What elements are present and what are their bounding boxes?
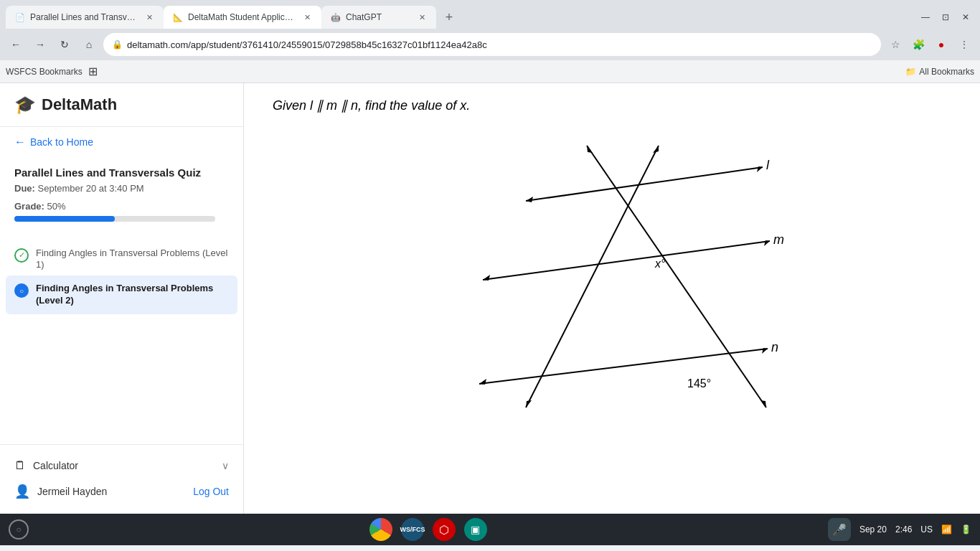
wifi-icon: 📶 (941, 524, 952, 534)
wsfcs-taskbar-icon[interactable]: WS/FCS (401, 518, 424, 541)
grade-value: 50% (47, 201, 66, 212)
logo-icon: 🎓 (14, 95, 36, 115)
all-bookmarks-label: All Bookmarks (919, 67, 974, 77)
tab-deltamath[interactable]: 📐 DeltaMath Student Application ✕ (164, 6, 321, 29)
taskbar-date: Sep 20 (859, 524, 887, 534)
tab-chatgpt[interactable]: 🤖 ChatGPT ✕ (321, 6, 436, 29)
logo-delta: Delta (42, 95, 80, 113)
progress-bar-fill (14, 216, 115, 222)
logout-button[interactable]: Log Out (193, 486, 229, 497)
battery-icon: 🔋 (961, 524, 971, 534)
tab2-favicon: 📐 (172, 11, 184, 23)
new-tab-button[interactable]: + (439, 7, 459, 27)
tab3-title: ChatGPT (346, 12, 412, 22)
tab1-favicon: 📄 (14, 11, 26, 23)
tab1-title: Parallel Lines and Transversal (30, 12, 139, 22)
problem-item-1[interactable]: ✓ Finding Angles in Transversal Problems… (14, 242, 229, 278)
start-button[interactable]: ○ (9, 519, 29, 540)
back-to-home-label: Back to Home (30, 136, 93, 148)
chrome-taskbar-icon[interactable] (369, 518, 392, 541)
calculator-label: Calculator (33, 460, 78, 471)
logo-text: DeltaMath (42, 95, 117, 114)
due-date: Due: September 20 at 3:40 PM (14, 183, 229, 194)
calculator-chevron-icon: ∨ (222, 460, 229, 471)
url-bar[interactable]: 🔒 deltamath.com/app/student/3761410/2455… (103, 33, 881, 56)
browser-chrome: 📄 Parallel Lines and Transversal ✕ 📐 Del… (0, 0, 980, 83)
logo-math: Math (80, 95, 117, 113)
progress-bar-container (14, 216, 215, 222)
forward-nav-button[interactable]: → (30, 34, 50, 55)
assignment-title: Parallel Lines and Transversals Quiz (14, 166, 229, 180)
calculator-icon: 🗒 (14, 459, 26, 472)
mic-taskbar-icon[interactable]: 🎤 (828, 518, 851, 541)
question-text: Given l ∥ m ∥ n, find the value of x. (273, 98, 951, 113)
sidebar: 🎓 DeltaMath ← Back to Home Parallel Line… (0, 83, 244, 514)
problem-item-2[interactable]: ○ Finding Angles in Transversal Problems… (6, 276, 237, 314)
user-name: Jermeil Hayden (37, 486, 107, 497)
taskbar-time: 2:46 (895, 524, 912, 534)
sidebar-header: 🎓 DeltaMath (0, 83, 243, 127)
svg-text:x°: x° (654, 258, 666, 270)
tab-parallel-lines[interactable]: 📄 Parallel Lines and Transversal ✕ (6, 6, 164, 29)
bookmarks-label: WSFCS Bookmarks (6, 67, 83, 77)
svg-text:145°: 145° (687, 377, 711, 390)
main-content: Given l ∥ m ∥ n, find the value of x. l (244, 83, 980, 514)
bookmarks-bar: WSFCS Bookmarks ⊞ 📁 All Bookmarks (0, 60, 980, 83)
address-bar: ← → ↻ ⌂ 🔒 deltamath.com/app/student/3761… (0, 29, 980, 60)
user-row: 👤 Jermeil Hayden Log Out (14, 478, 229, 505)
url-text: deltamath.com/app/student/3761410/245590… (127, 39, 487, 50)
red-taskbar-icon[interactable]: ⬡ (433, 518, 456, 541)
taskbar-region: US (920, 524, 933, 534)
taskbar-right: 🎤 Sep 20 2:46 US 📶 🔋 (828, 518, 971, 541)
problem-label-2: Finding Angles in Transversal Problems (… (36, 283, 229, 307)
back-to-home-link[interactable]: ← Back to Home (0, 127, 243, 157)
svg-line-8 (479, 349, 768, 384)
problem-list: ✓ Finding Angles in Transversal Problems… (0, 230, 243, 445)
menu-button[interactable]: ⋮ (954, 34, 974, 55)
svg-line-15 (587, 146, 766, 408)
address-actions: ☆ 🧩 ● ⋮ (885, 34, 974, 55)
svg-line-0 (526, 167, 763, 201)
svg-text:n: n (771, 340, 778, 354)
problem-check-complete: ✓ (14, 248, 29, 263)
svg-marker-1 (526, 197, 533, 202)
all-bookmarks-button[interactable]: 📁 All Bookmarks (905, 67, 974, 77)
tab2-close[interactable]: ✕ (301, 11, 313, 23)
geometry-diagram: l m n (415, 128, 809, 429)
home-button[interactable]: ⌂ (79, 34, 99, 55)
problem-label-1: Finding Angles in Transversal Problems (… (36, 248, 229, 272)
maximize-button[interactable]: ⊡ (937, 9, 954, 26)
lock-icon: 🔒 (112, 39, 123, 50)
tab3-favicon: 🤖 (330, 11, 341, 23)
due-value: September 20 at 3:40 PM (38, 183, 144, 194)
folder-icon: 📁 (905, 67, 916, 77)
reload-button[interactable]: ↻ (55, 34, 75, 55)
profile-button[interactable]: ● (931, 34, 951, 55)
close-window-button[interactable]: ✕ (957, 9, 974, 26)
sidebar-footer: 🗒 Calculator ∨ 👤 Jermeil Hayden Log Out (0, 444, 243, 514)
taskbar-center: WS/FCS ⬡ ▣ (369, 518, 487, 541)
minimize-button[interactable]: — (917, 9, 934, 26)
teal-taskbar-icon[interactable]: ▣ (464, 518, 487, 541)
bookmark-star-button[interactable]: ☆ (885, 34, 905, 55)
svg-line-4 (483, 241, 770, 280)
grid-icon[interactable]: ⊞ (88, 65, 98, 78)
user-left: 👤 Jermeil Hayden (14, 484, 107, 499)
calculator-row[interactable]: 🗒 Calculator ∨ (14, 453, 229, 478)
tab-bar: 📄 Parallel Lines and Transversal ✕ 📐 Del… (0, 0, 980, 29)
taskbar-left: ○ (9, 519, 29, 540)
tab3-close[interactable]: ✕ (416, 11, 428, 23)
tab1-close[interactable]: ✕ (143, 11, 155, 23)
main-layout: 🎓 DeltaMath ← Back to Home Parallel Line… (0, 83, 980, 514)
window-controls: — ⊡ ✕ (917, 9, 980, 26)
back-arrow-icon: ← (14, 136, 26, 149)
taskbar: ○ WS/FCS ⬡ ▣ 🎤 Sep 20 2:46 US 📶 🔋 (0, 514, 980, 545)
back-nav-button[interactable]: ← (6, 34, 26, 55)
svg-line-12 (526, 146, 659, 408)
due-label: Due: (14, 183, 35, 194)
grade-label: Grade: (14, 201, 44, 212)
user-icon: 👤 (14, 484, 30, 499)
svg-text:l: l (766, 158, 770, 172)
extension-button[interactable]: 🧩 (908, 34, 928, 55)
diagram-container: l m n (273, 128, 951, 429)
